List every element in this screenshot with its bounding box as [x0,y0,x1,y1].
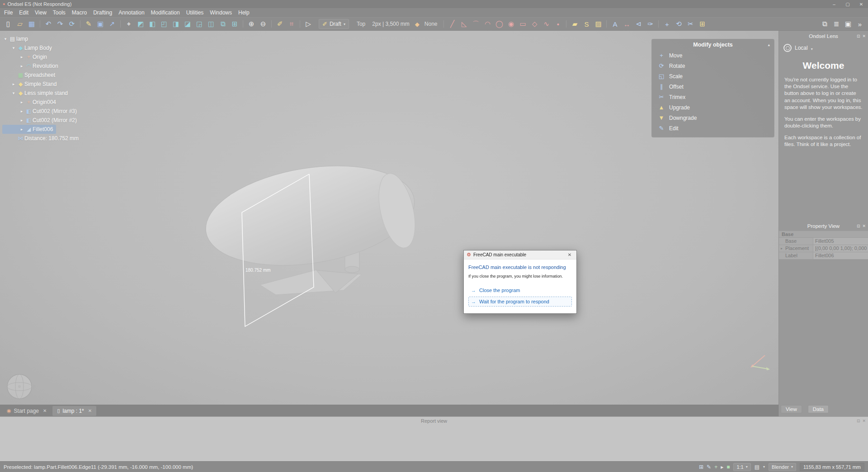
3d-viewport[interactable]: 180.752 mm ▾ ▤ lamp ▾ ◆ [0,31,778,405]
close-panel-icon[interactable]: ✕ [862,419,866,423]
tile-view-button[interactable]: ⊞ [229,19,241,29]
right-view-button[interactable]: ◨ [170,19,182,29]
fit-all-button[interactable]: ⌖ [123,19,135,29]
modify-downgrade-item[interactable]: ▼ Downgrade [652,113,774,123]
draw-style-button[interactable]: ✎ [707,464,711,470]
tab-lamp[interactable]: ▯ lamp : 1* ✕ [52,406,96,416]
lamp-3d-model[interactable] [198,152,421,295]
rear-view-button[interactable]: ◪ [182,19,193,29]
float-panel-icon[interactable]: ⊡ [857,419,860,423]
collapse-icon[interactable]: ▴ [768,42,770,47]
lock-toolbars-button[interactable]: ▣ [842,19,854,29]
local-account-button[interactable]: Local ▾ [779,40,868,53]
dual-view-button[interactable]: ⧉ [217,19,229,29]
tab-close-icon[interactable]: ✕ [43,408,47,413]
redo-button[interactable]: ↷ [54,19,66,29]
modify-rotate-item[interactable]: ⟳ Rotate [652,61,774,71]
menu-file[interactable]: File [1,8,16,17]
modify-edit-item[interactable]: ✎ Edit [652,123,774,133]
modify-offset-item[interactable]: ∥ Offset [652,81,774,92]
axonometric-view-button[interactable]: ◩ [135,19,146,29]
draft-circle-button[interactable]: ◯ [493,19,505,29]
tab-start-page[interactable]: ◉ Start page ✕ [2,406,51,416]
expand-arrow-icon[interactable]: ▸ [19,100,25,104]
zoom-in-button[interactable]: ⊕ [245,19,257,29]
expand-arrow-icon[interactable]: ▸ [19,118,25,123]
tree-item-origin[interactable]: ▸ + Origin [2,52,50,61]
float-panel-icon[interactable]: ⊡ [857,34,860,38]
close-panel-icon[interactable]: ✕ [862,34,866,38]
working-plane-button[interactable]: Top [353,21,369,27]
property-row[interactable]: Label Fillet006 [779,252,868,260]
dialog-close-button[interactable]: ✕ [563,250,576,259]
expand-arrow-icon[interactable]: ▾ [10,91,17,95]
draft-point-button[interactable]: • [552,19,564,29]
close-program-option[interactable]: → Close the program [468,285,572,295]
tree-item-spreadsheet[interactable]: ▦ Spreadsheet [2,71,58,80]
tree-item-simple-stand[interactable]: ▸ ◆ Simple Stand [2,80,60,89]
autogroup-button[interactable]: None [420,21,442,27]
snap-add-button[interactable]: + [714,464,717,470]
menu-utilities[interactable]: Utilities [183,8,207,17]
maximize-button[interactable]: ▢ [841,0,854,8]
close-panel-icon[interactable]: ✕ [862,224,866,228]
draft-style-settings[interactable]: 2px | 3,500 mm [372,21,410,27]
menu-view[interactable]: View [32,8,50,17]
menu-windows[interactable]: Windows [207,8,235,17]
menu-help[interactable]: Help [235,8,253,17]
new-document-button[interactable]: ▯ [2,19,14,29]
expand-arrow-icon[interactable]: ▸ [781,246,784,250]
draft-bspline-button[interactable]: ∿ [540,19,552,29]
tree-item-revolution[interactable]: ▸ ◠ Revolution [2,61,61,71]
menu-macro[interactable]: Macro [69,8,90,17]
paste-button[interactable]: ▣ [94,19,106,29]
dimension-button[interactable]: ↔ [621,19,632,29]
workbench-selector[interactable]: ✐ Draft ▾ [319,19,349,29]
zoom-level-select[interactable]: 1:1 ▾ [733,463,750,471]
tree-item-less-simple-stand[interactable]: ▾ ◆ Less simple stand [2,89,71,98]
draft-line-button[interactable]: ╱ [446,19,458,29]
label-button[interactable]: ⊲ [632,19,644,29]
property-value[interactable]: [(0,00 0,00 1,00); 0,000 °; (0,0... [813,245,868,252]
select-mode-button[interactable]: ▷ [302,19,314,29]
float-panel-icon[interactable]: ⊡ [857,224,860,228]
expand-arrow-icon[interactable]: ▸ [19,64,25,68]
minimize-button[interactable]: – [827,0,841,8]
tree-item-cut002-mirror-2[interactable]: ▸ ◧ Cut002 (Mirror #2) [2,116,80,125]
menu-drafting[interactable]: Drafting [90,8,115,17]
expand-arrow-icon[interactable]: ▸ [19,127,25,132]
expand-arrow-icon[interactable]: ▾ [2,37,9,41]
close-button[interactable]: ✕ [854,0,868,8]
tree-root-lamp[interactable]: ▾ ▤ lamp [2,34,31,43]
array-button[interactable]: ⊞ [696,19,708,29]
modify-scale-item[interactable]: ◱ Scale [652,71,774,81]
menu-tools[interactable]: Tools [50,8,69,17]
property-value[interactable]: Fillet006 [813,252,868,259]
color-indicator[interactable]: ■ [726,464,730,470]
front-view-button[interactable]: ◧ [146,19,158,29]
overlay-panels-button[interactable]: ⧉ [819,19,830,29]
python-console-button[interactable]: ≣ [830,19,842,29]
draft-ellipse-button[interactable]: ◉ [505,19,517,29]
tree-item-distance[interactable]: ⋈ Distance: 180.752 mm [2,134,82,143]
tree-item-cut002-mirror-3[interactable]: ▸ ◧ Cut002 (Mirror #3) [2,107,80,116]
draft-polygon-button[interactable]: ◇ [528,19,540,29]
edit-mode-button[interactable]: ✎ [83,19,94,29]
bottom-view-button[interactable]: ◲ [193,19,205,29]
menu-modification[interactable]: Modification [148,8,183,17]
annotation-style-button[interactable]: ✑ [644,19,656,29]
grid-toggle-button[interactable]: ⊞ [699,464,703,470]
modify-move-item[interactable]: + Move [652,50,774,61]
renderer-select[interactable]: Blender ▾ [769,463,796,471]
property-row[interactable]: ▸ Placement [(0,00 0,00 1,00); 0,000 °; … [779,245,868,252]
draft-polyline-button[interactable]: ◺ [458,19,470,29]
draft-rectangle-button[interactable]: ▭ [517,19,528,29]
modify-trimex-item[interactable]: ✂ Trimex [652,92,774,102]
navigation-cube[interactable] [5,370,36,402]
view-tab-button[interactable]: View [781,405,802,413]
nav-style-button[interactable]: ▸ [721,464,723,470]
top-view-button[interactable]: ◰ [158,19,170,29]
expand-arrow-icon[interactable]: ▾ [10,46,17,50]
rotate-button[interactable]: ⟲ [673,19,684,29]
wait-program-option[interactable]: → Wait for the program to respond [468,297,572,307]
